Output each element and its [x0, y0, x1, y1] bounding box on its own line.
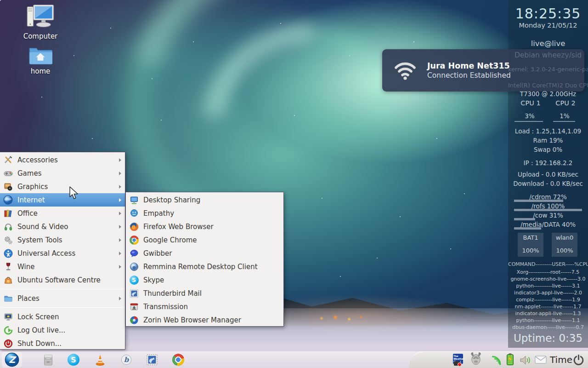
fs-bar	[514, 209, 582, 211]
desktop-icon-computer[interactable]: Computer	[15, 4, 66, 40]
battery-icon	[505, 353, 515, 366]
ram: Ram 19%	[508, 137, 588, 144]
battery-widget: BAT1 100%	[518, 233, 543, 257]
fs-bar	[514, 200, 563, 202]
process-row: nm-applet-------live------1.7	[508, 304, 588, 310]
desktop-icon-label: home	[31, 67, 51, 75]
weather-channel-tray[interactable]: The Weather Chanl	[453, 354, 464, 366]
thunderbird-icon	[146, 354, 158, 366]
lock-screen-icon	[3, 312, 13, 322]
submenu-item-transmission[interactable]: Transmission	[126, 300, 283, 313]
submenu-item-desktop-sharing[interactable]: Desktop Sharing	[126, 193, 283, 207]
network-tray[interactable]	[490, 353, 503, 366]
menu-separator	[1, 289, 124, 289]
chrome-icon	[129, 235, 139, 245]
taskbar: Z S b	[0, 351, 588, 368]
submenu-item-skype[interactable]: S Skype	[126, 273, 283, 287]
session-power-tray[interactable]	[573, 354, 584, 366]
submenu-arrow-icon	[119, 238, 121, 242]
computer-icon	[26, 4, 55, 30]
menu-item-log-out[interactable]: Log Out live...	[0, 323, 125, 337]
submenu-arrow-icon	[119, 198, 121, 202]
fs-bar	[514, 218, 535, 220]
process-row: gnome-screensho-live------3.0	[508, 276, 588, 282]
vlc-launcher[interactable]	[94, 353, 107, 366]
submenu-arrow-icon	[119, 252, 121, 255]
empathy-icon	[129, 208, 139, 218]
submenu-item-remmina[interactable]: Remmina Remote Desktop Client	[126, 260, 283, 273]
menu-item-ubuntu-software-centre[interactable]: Ubuntu Software Centre	[0, 273, 125, 287]
menu-item-system-tools[interactable]: System Tools	[0, 233, 125, 247]
date: Monday 21/05/12	[508, 22, 588, 29]
menu-item-office[interactable]: Office	[0, 207, 125, 220]
internet-submenu: Desktop Sharing Empathy Firefox Web Brow…	[125, 192, 284, 327]
firefox-icon	[129, 222, 139, 231]
skype-icon: S	[129, 275, 139, 285]
svg-text:b: b	[124, 356, 130, 364]
menu-item-internet[interactable]: Internet	[0, 193, 125, 207]
wine-glass-icon	[3, 262, 13, 271]
banshee-launcher[interactable]: b	[120, 353, 133, 366]
desktop-sharing-icon	[129, 195, 139, 205]
desktop-icon-home[interactable]: home	[15, 46, 66, 75]
ip-address: IP : 192.168.2.2	[508, 159, 588, 167]
menu-item-universal-access[interactable]: Universal Access	[0, 247, 125, 260]
thunderbird-launcher[interactable]	[146, 353, 158, 366]
submenu-arrow-icon	[119, 265, 121, 269]
submenu-arrow-icon	[119, 225, 121, 229]
power-icon	[573, 354, 584, 366]
banshee-icon: b	[120, 354, 132, 366]
process-row: dbus-daemon-----live------0.7	[508, 324, 588, 330]
accessories-icon	[3, 155, 13, 165]
network-notification[interactable]: Jura Home Net315 Connection Established	[382, 49, 584, 92]
menu-item-wine[interactable]: Wine	[0, 260, 125, 273]
wlan-widget: wlan0 100%	[552, 233, 577, 257]
zorin-browser-manager-icon	[129, 315, 139, 325]
submenu-item-firefox[interactable]: Firefox Web Browser	[126, 220, 283, 233]
goat-mascot-icon	[469, 352, 483, 366]
clock: 18:25:35	[508, 6, 588, 22]
menu-item-accessories[interactable]: Accessories	[0, 153, 125, 167]
process-row: python----------live------1.1	[508, 317, 588, 323]
cpu1-graph	[514, 121, 543, 122]
skype-launcher[interactable]: S	[67, 353, 80, 366]
menu-item-places[interactable]: Places	[0, 292, 125, 305]
home-folder-icon	[28, 46, 52, 65]
file-manager-launcher[interactable]	[42, 353, 55, 366]
menu-item-lock-screen[interactable]: Lock Screen	[0, 310, 125, 323]
submenu-item-empathy[interactable]: Empathy	[126, 207, 283, 220]
folder-icon	[3, 293, 13, 303]
mouse-cursor	[69, 186, 79, 200]
transmission-icon	[129, 302, 139, 311]
office-books-icon	[3, 208, 13, 218]
zorin-start-icon: Z	[5, 352, 19, 367]
user-host: live@live	[508, 39, 588, 48]
submenu-item-thunderbird[interactable]: Thunderbird Mail	[126, 287, 283, 300]
gwibber-icon	[129, 248, 139, 258]
software-centre-icon	[3, 275, 13, 285]
start-menu-button[interactable]: Z	[2, 352, 22, 368]
submenu-item-google-chrome[interactable]: Google Chrome	[126, 233, 283, 247]
battery-tray[interactable]	[505, 353, 515, 366]
goat-applet-tray[interactable]	[469, 352, 483, 366]
stars	[0, 0, 1, 1]
wifi-signal-icon	[393, 60, 417, 81]
upload: Upload - 0.0 KB/sec	[508, 171, 588, 178]
clock-menu[interactable]: Time	[550, 354, 572, 365]
mail-tray[interactable]	[535, 356, 547, 364]
shutdown-icon	[3, 339, 13, 348]
menu-item-shut-down[interactable]: Shut Down...	[0, 337, 125, 350]
submenu-item-zorin-web-browser-manager[interactable]: Zorin Web Browser Manager	[126, 313, 283, 327]
chrome-launcher[interactable]	[172, 353, 185, 366]
menu-item-graphics[interactable]: Graphics	[0, 180, 125, 193]
fs-bar	[514, 227, 541, 230]
volume-tray[interactable]	[519, 355, 532, 366]
menu-item-sound-video[interactable]: Sound & Video	[0, 220, 125, 233]
notification-title: Jura Home Net315	[427, 61, 511, 70]
submenu-item-gwibber[interactable]: Gwibber	[126, 247, 283, 260]
accessibility-icon	[3, 248, 13, 258]
graphics-icon	[3, 182, 13, 191]
menu-item-games[interactable]: Games	[0, 167, 125, 180]
submenu-arrow-icon	[119, 158, 121, 162]
cpu2-graph	[553, 121, 575, 122]
